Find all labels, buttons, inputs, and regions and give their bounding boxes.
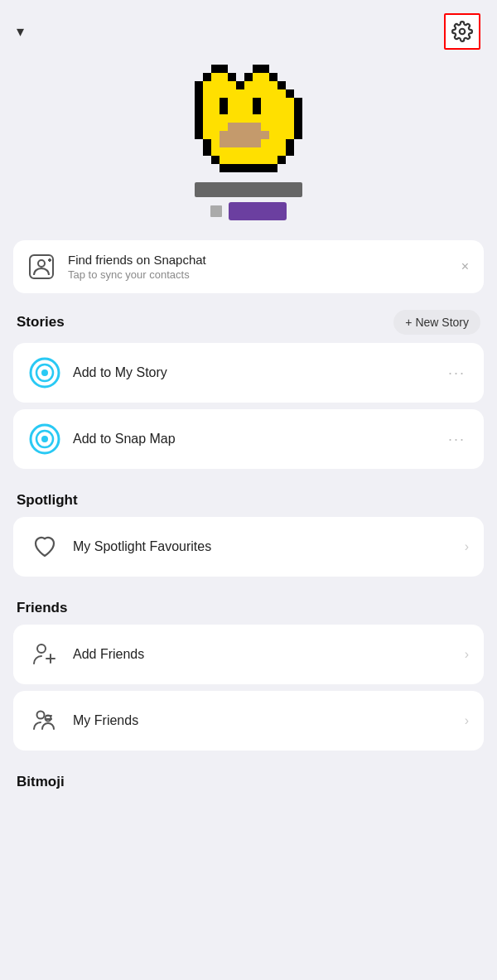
new-story-label: New Story (415, 316, 469, 329)
my-story-options-button[interactable]: ··· (445, 364, 469, 382)
my-story-label: Add to My Story (73, 365, 433, 380)
bitmoji-title: Bitmoji (17, 774, 65, 789)
snap-map-label: Add to Snap Map (73, 432, 433, 447)
avatar-canvas (195, 65, 302, 172)
svg-point-14 (37, 712, 45, 719)
friends-section-header: Friends (0, 583, 497, 625)
user-info (195, 182, 302, 220)
spotlight-title: Spotlight (17, 492, 78, 509)
settings-button[interactable] (444, 13, 480, 50)
spotlight-section-header: Spotlight (0, 476, 497, 517)
spotlight-favourites-card[interactable]: My Spotlight Favourites › (13, 517, 484, 577)
stories-section-header: Stories + New Story (0, 293, 497, 343)
find-friends-title: Find friends on Snapchat (68, 253, 470, 267)
top-bar: ▾ (0, 0, 497, 56)
add-friends-icon (28, 638, 61, 671)
close-find-friends-button[interactable]: × (458, 256, 472, 278)
add-friends-label: Add Friends (73, 647, 453, 662)
svg-point-2 (38, 260, 45, 267)
my-friends-label: My Friends (73, 713, 453, 728)
my-friends-icon (28, 704, 61, 737)
svg-point-11 (37, 644, 46, 653)
spotlight-favourites-label: My Spotlight Favourites (73, 539, 453, 554)
avatar-section (0, 56, 497, 227)
friends-title: Friends (17, 600, 67, 616)
bitmoji-section-header: Bitmoji (0, 757, 497, 799)
add-to-snap-map-card[interactable]: Add to Snap Map ··· (13, 409, 484, 469)
stories-title: Stories (17, 314, 65, 331)
svg-point-0 (460, 29, 466, 35)
username-redacted (195, 182, 302, 197)
find-friends-icon (27, 252, 56, 282)
handle-icon-redacted (210, 205, 222, 217)
my-friends-chevron-icon: › (465, 713, 469, 728)
handle-row (210, 202, 287, 220)
avatar[interactable] (195, 65, 302, 172)
add-friends-card[interactable]: Add Friends › (13, 625, 484, 684)
chevron-down-icon[interactable]: ▾ (17, 22, 24, 41)
find-friends-text: Find friends on Snapchat Tap to sync you… (68, 253, 470, 281)
my-friends-card[interactable]: My Friends › (13, 691, 484, 751)
svg-point-10 (41, 436, 48, 442)
find-friends-banner[interactable]: Find friends on Snapchat Tap to sync you… (13, 240, 484, 293)
snap-map-options-button[interactable]: ··· (445, 431, 469, 448)
new-story-button[interactable]: + New Story (393, 310, 480, 335)
add-to-my-story-card[interactable]: Add to My Story ··· (13, 343, 484, 403)
spotlight-heart-icon (28, 530, 61, 563)
gear-icon (451, 21, 473, 42)
add-friends-chevron-icon: › (465, 647, 469, 662)
new-story-plus-icon: + (405, 316, 412, 329)
spotlight-chevron-icon: › (465, 539, 469, 554)
handle-redacted (229, 202, 287, 220)
my-story-icon (28, 356, 61, 389)
svg-point-7 (41, 369, 48, 376)
find-friends-subtitle: Tap to sync your contacts (68, 268, 470, 281)
snap-map-icon (28, 422, 61, 456)
